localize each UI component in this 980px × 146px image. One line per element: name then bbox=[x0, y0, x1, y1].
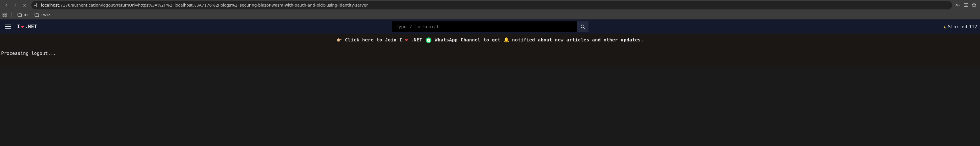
url-text: localhost:7176/authentication/logout?ret… bbox=[41, 3, 949, 7]
svg-rect-19 bbox=[5, 13, 6, 14]
whatsapp-banner[interactable]: 👉🏼 Click here to Join I ❤ .NET WhatsApp … bbox=[0, 34, 980, 47]
bookmark-label: RX bbox=[24, 13, 29, 17]
chrome-right-icons bbox=[955, 2, 978, 8]
forward-button[interactable] bbox=[11, 1, 19, 9]
install-app-icon[interactable] bbox=[964, 3, 969, 8]
bookmarks-bar: RX TWKS bbox=[0, 10, 980, 19]
banner-text: WhatsApp Channel to get bbox=[435, 37, 501, 43]
site-settings-icon[interactable] bbox=[34, 3, 39, 7]
svg-rect-21 bbox=[5, 15, 6, 16]
search-button[interactable] bbox=[577, 21, 589, 32]
stop-button[interactable] bbox=[21, 1, 29, 9]
logout-status-text: Processing logout... bbox=[1, 51, 56, 56]
url-path: :7176/authentication/logout?returnUrl=ht… bbox=[59, 3, 368, 7]
svg-line-23 bbox=[584, 27, 584, 28]
brand-logo[interactable]: I ❤ .NET bbox=[17, 24, 37, 29]
search-input[interactable] bbox=[392, 21, 577, 32]
browser-nav-row: localhost:7176/authentication/logout?ret… bbox=[0, 0, 980, 10]
password-key-icon[interactable] bbox=[955, 2, 961, 8]
back-button[interactable] bbox=[2, 1, 10, 9]
search-icon bbox=[580, 24, 585, 29]
app-header: I ❤ .NET ★ Starred 112 bbox=[0, 19, 980, 34]
starred-count: 112 bbox=[969, 24, 977, 29]
bookmarks-separator bbox=[11, 12, 12, 18]
svg-marker-17 bbox=[972, 3, 976, 7]
point-right-icon: 👉🏼 bbox=[336, 37, 342, 43]
brand-prefix: I bbox=[17, 24, 20, 29]
whatsapp-icon bbox=[426, 37, 431, 43]
folder-icon bbox=[35, 13, 39, 17]
brand-suffix: .NET bbox=[25, 24, 37, 29]
bookmark-folder-rx[interactable]: RX bbox=[16, 12, 30, 18]
star-icon: ★ bbox=[943, 24, 947, 30]
browser-chrome: localhost:7176/authentication/logout?ret… bbox=[0, 0, 980, 19]
banner-text: Click here to Join I bbox=[345, 37, 402, 43]
starred-button[interactable]: ★ Starred 112 bbox=[943, 24, 977, 30]
bell-icon: 🔔 bbox=[504, 37, 509, 43]
folder-icon bbox=[18, 13, 22, 17]
menu-button[interactable] bbox=[3, 21, 13, 32]
starred-label: Starred bbox=[948, 24, 967, 29]
page-content: Processing logout... bbox=[0, 47, 980, 67]
banner-text: .NET bbox=[411, 37, 422, 43]
heart-icon: ❤ bbox=[21, 24, 24, 29]
bookmark-star-icon[interactable] bbox=[972, 3, 977, 8]
svg-rect-18 bbox=[3, 13, 4, 14]
apps-grid-icon[interactable] bbox=[2, 13, 7, 17]
svg-rect-20 bbox=[3, 15, 4, 16]
url-host: localhost bbox=[41, 3, 59, 7]
bookmark-label: TWKS bbox=[41, 13, 52, 17]
bookmark-folder-twks[interactable]: TWKS bbox=[33, 12, 53, 18]
heart-icon: ❤ bbox=[405, 37, 408, 43]
banner-text: notified about new articles and other up… bbox=[512, 37, 644, 43]
search-wrap bbox=[392, 21, 589, 32]
svg-point-22 bbox=[581, 25, 584, 28]
address-bar[interactable]: localhost:7176/authentication/logout?ret… bbox=[31, 1, 952, 10]
